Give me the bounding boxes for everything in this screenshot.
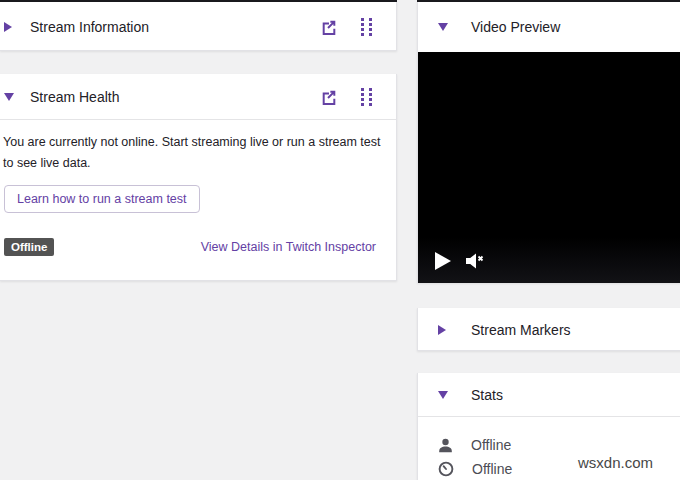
- panel-title: Stream Markers: [471, 322, 571, 338]
- video-preview-player: [418, 52, 680, 283]
- video-preview-header[interactable]: Video Preview: [418, 2, 680, 52]
- popout-icon[interactable]: [320, 18, 338, 36]
- expand-arrow-icon[interactable]: [438, 325, 446, 335]
- viewers-person-icon: [438, 438, 453, 453]
- uptime-status: Offline: [472, 461, 512, 477]
- twitch-inspector-link[interactable]: View Details in Twitch Inspector: [201, 240, 376, 254]
- watermark: wsxdn.com: [578, 454, 653, 471]
- collapse-arrow-icon[interactable]: [438, 391, 448, 399]
- play-icon[interactable]: [435, 252, 451, 270]
- offline-message-line2: to see live data.: [3, 153, 381, 174]
- stream-health-panel: Stream Health You are c: [0, 74, 397, 281]
- stream-health-footer: Offline View Details in Twitch Inspector: [4, 238, 376, 256]
- panel-title: Stats: [471, 387, 503, 403]
- stream-markers-panel: Stream Markers: [417, 308, 680, 351]
- popout-icon[interactable]: [320, 88, 338, 106]
- muted-speaker-icon[interactable]: [465, 252, 486, 270]
- drag-handle-icon[interactable]: [360, 17, 373, 37]
- video-preview-panel: Video Preview: [417, 2, 680, 283]
- drag-handle-icon[interactable]: [360, 87, 373, 107]
- stats-row-uptime: Offline: [438, 459, 512, 479]
- uptime-clock-icon: [438, 461, 454, 477]
- expand-arrow-icon[interactable]: [4, 22, 12, 32]
- collapse-arrow-icon[interactable]: [4, 93, 14, 101]
- stream-information-header[interactable]: Stream Information: [0, 2, 396, 51]
- viewers-status: Offline: [471, 437, 511, 453]
- offline-message: You are currently not online. Start stre…: [3, 132, 381, 174]
- stream-markers-header[interactable]: Stream Markers: [418, 308, 680, 351]
- stream-information-panel: Stream Information: [0, 2, 397, 51]
- status-badge: Offline: [4, 238, 54, 256]
- stream-dashboard: Stream Information: [0, 0, 680, 480]
- panel-title: Stream Health: [30, 89, 119, 105]
- stats-header[interactable]: Stats: [418, 373, 680, 417]
- panel-title: Video Preview: [471, 19, 560, 35]
- offline-message-line1: You are currently not online. Start stre…: [3, 132, 381, 153]
- stream-test-button[interactable]: Learn how to run a stream test: [4, 185, 200, 213]
- stream-health-header[interactable]: Stream Health: [0, 74, 396, 120]
- panel-title: Stream Information: [30, 19, 149, 35]
- stats-row-viewers: Offline: [438, 435, 511, 455]
- collapse-arrow-icon[interactable]: [438, 23, 448, 31]
